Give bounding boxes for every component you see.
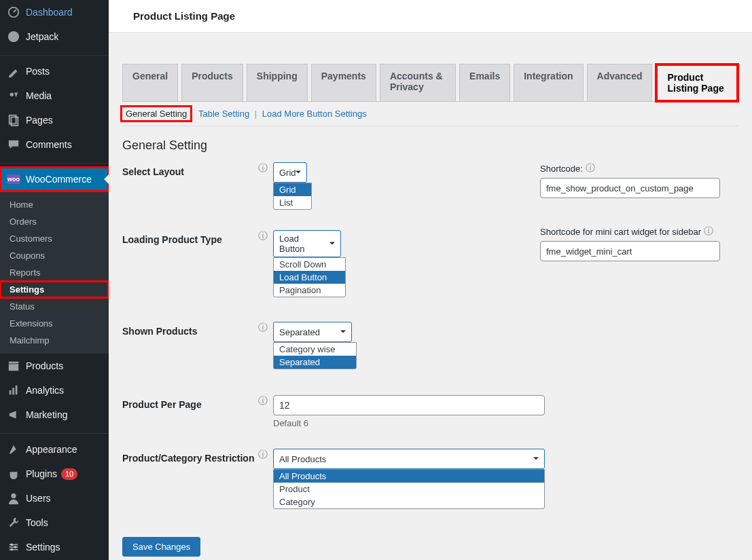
select-layout-dropdown: Grid List bbox=[273, 183, 312, 210]
sidebar-item-dashboard[interactable]: Dashboard bbox=[0, 0, 109, 24]
subtab-separator: | bbox=[255, 109, 257, 119]
tab-product-listing-page[interactable]: Product Listing Page bbox=[656, 64, 738, 102]
submenu-item-coupons[interactable]: Coupons bbox=[0, 247, 109, 264]
option-category-wise[interactable]: Category wise bbox=[274, 343, 356, 356]
jetpack-icon bbox=[7, 30, 20, 43]
option-separated[interactable]: Separated bbox=[274, 356, 356, 369]
tab-payments[interactable]: Payments bbox=[311, 64, 376, 102]
tab-emails[interactable]: Emails bbox=[459, 64, 510, 102]
svg-point-16 bbox=[11, 548, 14, 551]
sidebar-item-label: Jetpack bbox=[26, 31, 58, 42]
tools-icon bbox=[7, 516, 20, 529]
select-loading-product-type[interactable]: Load Button bbox=[273, 230, 341, 257]
sidebar-item-jetpack[interactable]: Jetpack bbox=[0, 24, 109, 49]
submenu-item-status[interactable]: Status bbox=[0, 298, 109, 315]
sidebar-item-marketing[interactable]: Marketing bbox=[0, 403, 109, 427]
select-value: Grid bbox=[279, 168, 296, 178]
help-icon[interactable]: ⓘ bbox=[586, 162, 595, 174]
shortcode-label: Shortcode: ⓘ bbox=[540, 162, 720, 174]
products-icon bbox=[7, 359, 20, 373]
svg-point-2 bbox=[10, 93, 14, 96]
sidebar-item-label: Comments bbox=[26, 139, 72, 150]
submenu-item-customers[interactable]: Customers bbox=[0, 230, 109, 247]
option-list[interactable]: List bbox=[274, 196, 311, 209]
select-value: All Products bbox=[279, 454, 326, 464]
input-product-per-page[interactable] bbox=[273, 395, 545, 415]
select-shown-products[interactable]: Separated bbox=[273, 322, 352, 342]
submenu-item-home[interactable]: Home bbox=[0, 196, 109, 213]
menu-separator bbox=[0, 430, 109, 434]
label-shown-products: Shown Products bbox=[122, 322, 258, 337]
plugins-icon bbox=[7, 467, 20, 481]
help-icon[interactable]: ⓘ bbox=[258, 322, 268, 334]
submenu-item-mailchimp[interactable]: Mailchimp bbox=[0, 332, 109, 349]
sidebar-item-comments[interactable]: Comments bbox=[0, 132, 109, 157]
label-text: Product Per Page bbox=[122, 399, 202, 410]
select-layout[interactable]: Grid bbox=[273, 162, 307, 183]
sidebar-item-label: Media bbox=[26, 90, 52, 101]
page-title: Product Listing Page bbox=[133, 10, 235, 22]
submenu-item-reports[interactable]: Reports bbox=[0, 264, 109, 281]
option-grid[interactable]: Grid bbox=[274, 183, 311, 196]
svg-point-1 bbox=[8, 31, 19, 42]
sidebar-item-plugins[interactable]: Plugins 10 bbox=[0, 462, 109, 486]
option-category[interactable]: Category bbox=[274, 496, 544, 508]
submenu-item-settings[interactable]: Settings bbox=[0, 281, 109, 298]
option-product[interactable]: Product bbox=[274, 483, 544, 496]
option-load-button[interactable]: Load Button bbox=[274, 271, 345, 284]
sidebar-item-woocommerce[interactable]: woo WooCommerce bbox=[0, 167, 109, 191]
save-changes-button[interactable]: Save Changes bbox=[122, 537, 200, 557]
row-loading-product-type: Loading Product Type ⓘ Load Button Scrol… bbox=[122, 230, 738, 257]
sidebar-item-label: Tools bbox=[26, 517, 48, 528]
select-restriction[interactable]: All Products bbox=[273, 449, 545, 469]
posts-icon bbox=[7, 64, 20, 78]
row-select-layout: Select Layout ⓘ Grid Grid List Shortcode… bbox=[122, 162, 738, 183]
subtab-general-setting[interactable]: General Setting bbox=[122, 107, 190, 120]
sidebar-item-products[interactable]: Products bbox=[0, 354, 109, 378]
sidebar-item-label: Plugins bbox=[26, 468, 57, 479]
row-shown-products: Shown Products ⓘ Separated Category wise… bbox=[122, 322, 738, 342]
sidebar-item-tools[interactable]: Tools bbox=[0, 510, 109, 535]
sidebar-item-label: Dashboard bbox=[26, 7, 73, 18]
submenu-item-orders[interactable]: Orders bbox=[0, 213, 109, 230]
label-text: Shortcode: bbox=[540, 164, 583, 174]
page-title-bar: Product Listing Page bbox=[109, 0, 752, 33]
svg-rect-6 bbox=[9, 362, 18, 364]
label-text: Select Layout bbox=[122, 166, 184, 177]
sidebar-item-pages[interactable]: Pages bbox=[0, 108, 109, 132]
label-product-per-page: Product Per Page bbox=[122, 395, 258, 410]
woocommerce-submenu: Home Orders Customers Coupons Reports Se… bbox=[0, 191, 109, 354]
svg-rect-5 bbox=[9, 364, 18, 371]
tab-general[interactable]: General bbox=[122, 64, 178, 102]
option-scroll-down[interactable]: Scroll Down bbox=[274, 258, 345, 271]
sidebar-item-settings[interactable]: Settings bbox=[0, 535, 109, 559]
label-loading-product-type: Loading Product Type bbox=[122, 230, 258, 245]
sidebar-item-label: Marketing bbox=[26, 409, 67, 420]
option-all-products[interactable]: All Products bbox=[274, 470, 544, 483]
tab-accounts-privacy[interactable]: Accounts & Privacy bbox=[380, 64, 456, 102]
help-icon[interactable]: ⓘ bbox=[258, 449, 268, 461]
label-text: Product/Category Restriction bbox=[122, 453, 254, 464]
sidebar-item-posts[interactable]: Posts bbox=[0, 59, 109, 83]
label-restriction: Product/Category Restriction bbox=[122, 449, 258, 464]
shortcode-input[interactable] bbox=[540, 178, 720, 198]
submenu-item-extensions[interactable]: Extensions bbox=[0, 315, 109, 332]
help-icon[interactable]: ⓘ bbox=[258, 162, 268, 174]
sub-tabs: General Setting Table Setting | Load Mor… bbox=[122, 102, 738, 126]
help-icon[interactable]: ⓘ bbox=[258, 230, 268, 242]
sidebar-item-users[interactable]: Users bbox=[0, 486, 109, 510]
sidebar-item-appearance[interactable]: Appearance bbox=[0, 437, 109, 462]
help-icon[interactable]: ⓘ bbox=[258, 395, 268, 407]
subtab-table-setting[interactable]: Table Setting bbox=[198, 109, 249, 119]
settings-icon bbox=[7, 540, 20, 554]
row-restriction: Product/Category Restriction ⓘ All Produ… bbox=[122, 449, 738, 469]
tab-integration[interactable]: Integration bbox=[514, 64, 583, 102]
tab-advanced[interactable]: Advanced bbox=[587, 64, 653, 102]
tab-products[interactable]: Products bbox=[181, 64, 243, 102]
sidebar-item-media[interactable]: Media bbox=[0, 83, 109, 108]
sidebar-item-analytics[interactable]: Analytics bbox=[0, 378, 109, 403]
subtab-load-more-button[interactable]: Load More Button Settings bbox=[262, 109, 367, 119]
restriction-dropdown: All Products Product Category bbox=[273, 469, 545, 509]
tab-shipping[interactable]: Shipping bbox=[247, 64, 308, 102]
option-pagination[interactable]: Pagination bbox=[274, 284, 345, 297]
